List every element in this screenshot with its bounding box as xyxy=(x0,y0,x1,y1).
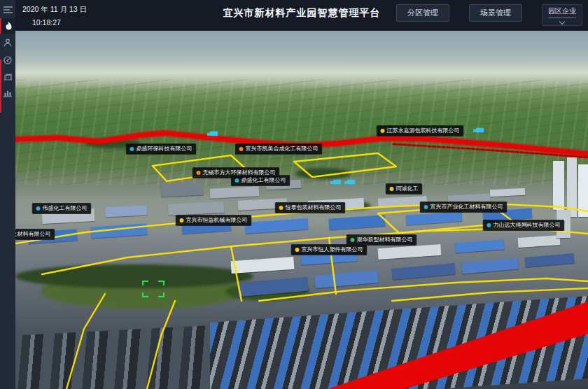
fire-icon[interactable] xyxy=(0,18,15,34)
company-label[interactable]: 恒泰包装材料有限公司 xyxy=(275,202,346,213)
truck-icon[interactable] xyxy=(476,128,484,132)
factory-icon[interactable] xyxy=(0,69,15,84)
chevron-down-icon xyxy=(559,19,565,24)
bar-chart-icon[interactable] xyxy=(0,85,15,101)
map-viewport[interactable]: 鼎盛环保科技有限公司宜兴市凯美合成化工有限公司江苏永嘉源包装科技有限公司无锡市方… xyxy=(15,31,588,389)
park-enterprise-dropdown[interactable]: 园区企业 xyxy=(542,4,582,26)
company-marker-icon xyxy=(36,206,41,211)
company-marker-icon xyxy=(180,218,184,222)
smart-park-platform: 2020 年 11 月 13 日 10:18:27 宜兴市新材料产业园智慧管理平… xyxy=(0,0,588,389)
company-marker-icon xyxy=(351,238,355,242)
company-name: 永顺防火材料有限公司 xyxy=(15,232,51,237)
company-marker-icon xyxy=(390,187,394,191)
company-name: 宜兴市恒人塑件有限公司 xyxy=(302,247,363,253)
company-marker-icon xyxy=(239,147,244,151)
company-label[interactable]: 同诚化工 xyxy=(386,183,423,194)
company-marker-icon xyxy=(381,129,385,133)
company-label[interactable]: 伟盛化工有限公司 xyxy=(32,203,92,214)
truck-icon[interactable] xyxy=(210,132,218,136)
company-name: 宜兴市恒益机械有限公司 xyxy=(186,218,248,223)
company-name: 宜兴市产业化工材料有限公司 xyxy=(430,204,503,210)
top-header: 2020 年 11 月 13 日 10:18:27 宜兴市新材料产业园智慧管理平… xyxy=(15,0,588,31)
company-name: 宜兴市凯美合成化工有限公司 xyxy=(246,146,318,152)
company-name: 同诚化工 xyxy=(396,186,419,192)
company-name: 江苏永嘉源包装科技有限公司 xyxy=(387,128,460,134)
scene-management-button[interactable]: 场景管理 xyxy=(469,4,522,22)
company-label[interactable]: 宜兴市恒益机械有限公司 xyxy=(176,215,252,226)
menu-icon[interactable] xyxy=(0,2,15,17)
dropdown-label: 园区企业 xyxy=(548,6,576,18)
company-label[interactable]: 江苏永嘉源包装科技有限公司 xyxy=(377,125,464,136)
company-marker-icon xyxy=(487,223,491,227)
company-label[interactable]: 宜兴市产业化工材料有限公司 xyxy=(420,201,507,213)
compass-icon[interactable] xyxy=(0,52,15,68)
company-marker-icon xyxy=(279,206,284,210)
company-marker-icon xyxy=(235,178,239,183)
company-label[interactable]: 永顺防火材料有限公司 xyxy=(15,229,55,240)
company-name: 潮华新型材料有限公司 xyxy=(357,237,413,243)
zone-management-button[interactable]: 分区管理 xyxy=(396,4,449,22)
truck-icon[interactable] xyxy=(333,180,341,184)
company-marker-icon xyxy=(130,147,134,151)
company-marker-icon xyxy=(197,171,201,175)
company-name: 力山远大绳网科技有限公司 xyxy=(493,222,561,228)
company-label[interactable]: 宜兴市恒人塑件有限公司 xyxy=(291,244,368,255)
company-label[interactable]: 力山远大绳网科技有限公司 xyxy=(483,220,565,231)
company-name: 伟盛化工有限公司 xyxy=(43,206,88,211)
selection-bracket xyxy=(142,281,164,297)
truck-icon[interactable] xyxy=(347,180,355,184)
company-name: 鼎盛环保科技有限公司 xyxy=(136,146,192,152)
company-name: 鼎盛化工有限公司 xyxy=(241,178,286,183)
company-label[interactable]: 鼎盛环保科技有限公司 xyxy=(126,143,197,155)
person-icon[interactable] xyxy=(0,35,15,50)
company-name: 恒泰包装材料有限公司 xyxy=(286,205,342,211)
company-marker-icon xyxy=(424,205,428,209)
company-label[interactable]: 宜兴市凯美合成化工有限公司 xyxy=(235,143,323,155)
left-toolbar xyxy=(0,0,15,389)
company-label[interactable]: 鼎盛化工有限公司 xyxy=(231,175,290,186)
company-marker-icon xyxy=(295,248,300,252)
